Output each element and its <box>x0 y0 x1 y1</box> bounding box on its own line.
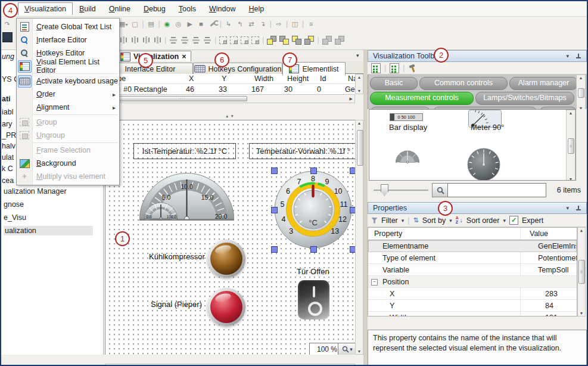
menu-item-frame-selection[interactable]: Frame Selection <box>17 144 119 157</box>
sort-order-button[interactable]: Sort order <box>466 216 500 225</box>
continue-icon[interactable]: ⇨ <box>275 20 283 28</box>
property-row-width[interactable]: Width131 <box>368 312 577 317</box>
tree-item-visu[interactable]: e_Visu <box>4 213 26 222</box>
selection-handle[interactable] <box>350 207 355 213</box>
menu-visualization[interactable]: Visualization <box>18 2 73 15</box>
canvas-horizontal-scrollbar[interactable]: ◀ ▶ <box>105 364 355 366</box>
col-y[interactable]: Y <box>219 75 251 83</box>
category-common-controls[interactable]: Common controls <box>419 77 508 90</box>
splitter-arrows-icon[interactable]: ▲▼ <box>225 114 235 118</box>
pin-icon[interactable] <box>575 205 581 212</box>
category-basic[interactable]: Basic <box>370 77 418 90</box>
col-width[interactable]: Width <box>251 75 284 83</box>
logout-icon[interactable]: ◎ <box>175 20 183 28</box>
collapse-icon[interactable]: ▾ <box>566 205 569 211</box>
distribute-vertical-2-icon[interactable] <box>181 36 188 44</box>
move-forward-icon[interactable] <box>279 36 289 44</box>
step-into-icon[interactable]: ↳ <box>225 20 233 28</box>
meter-180-icon[interactable] <box>392 148 423 163</box>
menu-item-group[interactable]: Group <box>17 116 119 129</box>
wrench-icon[interactable] <box>209 20 217 28</box>
menu-item-create-global-text-list[interactable]: Create Global Text List <box>17 20 119 33</box>
property-row-type[interactable]: Type of elementPotentiometer <box>368 252 577 264</box>
menu-tools[interactable]: Tools <box>172 3 203 15</box>
selection-handle[interactable] <box>350 168 355 174</box>
breakpoint-icon[interactable]: ◫ <box>291 20 299 28</box>
category-alarm-manager[interactable]: Alarm manager <box>509 77 578 90</box>
selection-handle[interactable] <box>310 168 317 174</box>
sort-by-button[interactable]: Sort by <box>422 216 446 225</box>
menu-item-ungroup[interactable]: Ungroup <box>17 129 119 142</box>
meter-small-widget[interactable]: 0.0 100.0 <box>144 198 178 221</box>
expert-checkbox[interactable]: ✓ <box>509 216 518 225</box>
menu-online[interactable]: Online <box>102 3 137 15</box>
selection-handle[interactable] <box>271 207 278 213</box>
distribute-vertical-icon[interactable] <box>170 36 177 44</box>
device-icon[interactable] <box>2 32 13 42</box>
tab-list-dropdown-icon[interactable]: ▾ <box>356 52 359 58</box>
search-input[interactable] <box>447 183 546 197</box>
distribute-vertical-4-icon[interactable] <box>204 36 211 44</box>
table-vertical-scrollbar[interactable]: ▲▼ <box>355 74 363 94</box>
menu-item-background[interactable]: Background <box>17 157 119 170</box>
selection-handle[interactable] <box>310 246 317 253</box>
expert-label[interactable]: Expert <box>522 216 543 225</box>
tab-hotkeys-configuration[interactable]: Hotkeys Configuration <box>193 63 282 75</box>
size-height-icon[interactable] <box>230 36 238 44</box>
menu-item-interface-editor[interactable]: Interface Editor <box>17 33 119 46</box>
step-return-icon[interactable]: ↴ <box>259 20 267 28</box>
properties-vertical-scrollbar[interactable]: ▲ ≡ ▼ <box>577 227 586 317</box>
stop-icon[interactable]: ■ <box>197 20 206 27</box>
bar-display-icon[interactable]: 0 50 100 <box>390 113 423 121</box>
menu-help[interactable]: Help <box>242 3 270 15</box>
category-lamps-switches-bitmaps[interactable]: Lamps/Switches/Bitmaps <box>475 92 574 105</box>
size-grid-icon[interactable] <box>251 36 259 44</box>
editor-splitter[interactable]: ▲▼ <box>106 103 355 120</box>
grid-dropdown-icon[interactable]: ▦▾ <box>119 20 127 28</box>
menu-item-visual-element-list-editor[interactable]: Visual Element List Editor <box>17 60 119 73</box>
run-icon[interactable]: ▶ <box>186 20 194 28</box>
step-out-icon[interactable]: ⇄ <box>247 20 256 28</box>
tools-icon[interactable] <box>408 64 418 73</box>
distribute-horizontal-icon[interactable] <box>119 36 127 44</box>
collapse-icon[interactable]: ▾ <box>566 53 569 59</box>
toolbox-header[interactable]: Visualization Toolbox ▾ <box>368 50 587 62</box>
col-height[interactable]: Height <box>284 75 317 83</box>
frame-tool-icon[interactable]: ▤ <box>147 20 155 28</box>
properties-header[interactable]: Properties ▾ <box>368 202 587 214</box>
slider-thumb[interactable] <box>381 184 388 196</box>
pin-icon[interactable] <box>575 53 581 60</box>
col-property[interactable]: Property <box>368 229 526 238</box>
size-both-icon[interactable] <box>241 36 248 44</box>
distribute-horizontal-4-icon[interactable] <box>153 36 161 44</box>
group-toolbar-icon[interactable] <box>322 36 332 44</box>
text-frame-temperatur-vorwahl[interactable]: Temperatur-Vorwahl: %.1f ° <box>249 143 355 159</box>
toolbox-item-meter-90[interactable]: Meter 90° <box>471 123 505 132</box>
size-width-icon[interactable] <box>219 36 227 44</box>
rocker-switch-tuer[interactable] <box>298 280 329 320</box>
close-icon[interactable]: × <box>182 52 186 61</box>
property-row-x[interactable]: X283 <box>368 288 577 300</box>
table-row[interactable]: #0 Rectangle 46 33 167 30 0 GenEl <box>107 84 355 95</box>
visualization-canvas[interactable]: Ist-Temperatur: %2.1f °C Temperatur-Vorw… <box>105 120 355 355</box>
search-button[interactable] <box>432 183 449 197</box>
tab-visualization[interactable]: Visualization × <box>116 51 191 62</box>
meter-round-icon[interactable] <box>467 148 500 181</box>
lamp-signal[interactable] <box>207 288 245 326</box>
distribute-horizontal-3-icon[interactable] <box>142 36 150 44</box>
canvas-vertical-scrollbar[interactable]: ▲ ▼ <box>355 120 363 355</box>
redo-icon[interactable]: ↷ <box>3 20 11 28</box>
distribute-horizontal-2-icon[interactable] <box>130 36 139 44</box>
step-over-icon[interactable]: ↰ <box>236 20 244 28</box>
zoom-button[interactable]: ▾ <box>338 343 355 355</box>
grid-view-icon[interactable] <box>371 63 381 73</box>
categories-scrollbar[interactable]: ▲ ▼ <box>576 75 586 109</box>
table-horizontal-scrollbar[interactable]: ◀ ▶ <box>106 94 355 103</box>
list-icon[interactable]: ≡ <box>307 20 315 27</box>
menu-item-alignment[interactable]: Alignment ▸ <box>17 101 119 114</box>
menu-item-order[interactable]: Order ▸ <box>17 88 119 101</box>
send-to-back-icon[interactable] <box>304 36 314 44</box>
text-frame-ist-temperatur[interactable]: Ist-Temperatur: %2.1f °C <box>133 143 236 159</box>
tree-item-visualization-manager[interactable]: ualization Manager <box>4 187 67 196</box>
filter-button[interactable]: Filter <box>381 216 398 225</box>
